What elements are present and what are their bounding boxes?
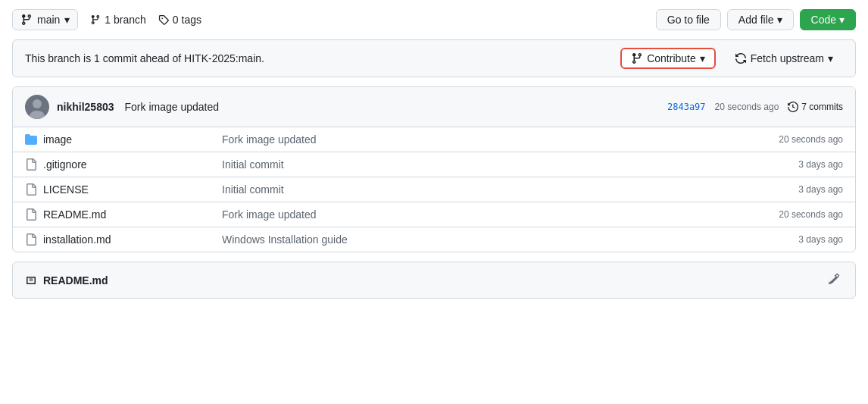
commit-row-left: nikhil25803 Fork image updated (25, 95, 219, 119)
branch-actions: Contribute ▾ Fetch upstream ▾ (620, 48, 843, 69)
file-name-cell: installation.md (25, 233, 222, 246)
file-icon (25, 208, 37, 221)
svg-point-1 (30, 111, 45, 119)
file-time: 3 days ago (722, 234, 843, 245)
commit-row-right: 2843a97 20 seconds ago 7 commits (667, 102, 843, 112)
svg-point-0 (33, 99, 42, 108)
readme-list-icon (25, 274, 37, 287)
branch-selector[interactable]: main ▾ (12, 9, 78, 30)
file-name-link[interactable]: .gitignore (43, 158, 87, 171)
branch-info-message: This branch is 1 commit ahead of HITK-20… (25, 52, 264, 64)
branch-count-link[interactable]: 1 branch (90, 14, 145, 26)
code-label: Code (811, 14, 836, 26)
folder-icon (25, 133, 37, 146)
file-commit-link[interactable]: Fork image updated (222, 208, 317, 221)
file-time: 3 days ago (722, 159, 843, 170)
contribute-icon (631, 52, 643, 64)
commit-author[interactable]: nikhil25803 (57, 101, 114, 113)
file-name-link[interactable]: image (43, 133, 72, 146)
add-file-button[interactable]: Add file ▾ (727, 9, 794, 30)
file-icon (25, 183, 37, 196)
branch-chevron-icon: ▾ (64, 14, 70, 26)
branch-count-icon (90, 14, 101, 25)
commit-message: Fork image updated (125, 101, 220, 113)
pencil-icon (828, 273, 840, 285)
branch-name: main (37, 14, 60, 26)
file-rows: image Fork image updated 20 seconds ago … (13, 127, 855, 252)
file-name-link[interactable]: installation.md (43, 233, 111, 246)
readme-edit-button[interactable] (825, 270, 843, 290)
tag-count-text: 0 tags (173, 14, 201, 26)
fetch-chevron: ▾ (828, 52, 833, 64)
top-bar: main ▾ 1 branch 0 tags Go to file Add fi… (12, 9, 856, 30)
contribute-button[interactable]: Contribute ▾ (620, 48, 716, 69)
code-chevron: ▾ (839, 14, 845, 26)
table-row: image Fork image updated 20 seconds ago (13, 127, 855, 152)
tag-icon (158, 14, 169, 25)
branch-info-bar: This branch is 1 commit ahead of HITK-20… (12, 39, 856, 77)
table-row: installation.md Windows Installation gui… (13, 227, 855, 252)
file-commit-message: Windows Installation guide (222, 233, 722, 246)
file-time: 3 days ago (722, 184, 843, 195)
file-commit-message: Initial commit (222, 158, 722, 171)
table-row: .gitignore Initial commit 3 days ago (13, 152, 855, 177)
fetch-upstream-button[interactable]: Fetch upstream ▾ (725, 49, 843, 68)
table-row: README.md Fork image updated 20 seconds … (13, 202, 855, 227)
go-to-file-button[interactable]: Go to file (656, 9, 721, 30)
file-commit-message: Fork image updated (222, 208, 722, 221)
file-name-link[interactable]: LICENSE (43, 183, 89, 196)
file-time: 20 seconds ago (722, 134, 843, 145)
file-commit-link[interactable]: Windows Installation guide (222, 233, 348, 246)
top-bar-right: Go to file Add file ▾ Code ▾ (656, 9, 856, 30)
commit-header-row: nikhil25803 Fork image updated 2843a97 2… (13, 87, 855, 127)
code-button[interactable]: Code ▾ (800, 9, 856, 30)
add-file-chevron: ▾ (777, 14, 782, 26)
contribute-chevron: ▾ (700, 52, 705, 64)
commits-count: 7 commits (801, 102, 843, 112)
file-name-cell: image (25, 133, 222, 146)
contribute-label: Contribute (647, 52, 696, 64)
file-name-cell: LICENSE (25, 183, 222, 196)
go-to-file-label: Go to file (667, 14, 710, 26)
file-commit-message: Fork image updated (222, 133, 722, 146)
file-icon (25, 233, 37, 246)
file-table: nikhil25803 Fork image updated 2843a97 2… (12, 86, 856, 252)
add-file-label: Add file (738, 14, 774, 26)
readme-bar-left: README.md (25, 274, 108, 287)
avatar (25, 95, 49, 119)
fetch-label: Fetch upstream (751, 52, 824, 64)
readme-bar: README.md (12, 262, 856, 299)
branch-count-text: 1 branch (105, 14, 145, 26)
commits-link[interactable]: 7 commits (788, 102, 843, 112)
file-name-cell: .gitignore (25, 158, 222, 171)
file-commit-link[interactable]: Fork image updated (222, 133, 317, 146)
table-row: LICENSE Initial commit 3 days ago (13, 177, 855, 202)
file-commit-link[interactable]: Initial commit (222, 183, 284, 196)
branch-icon (20, 14, 33, 26)
file-commit-link[interactable]: Initial commit (222, 158, 284, 171)
file-time: 20 seconds ago (722, 209, 843, 220)
file-commit-message: Initial commit (222, 183, 722, 196)
file-icon (25, 158, 37, 171)
tag-count-link[interactable]: 0 tags (158, 14, 201, 26)
commit-time: 20 seconds ago (715, 102, 779, 112)
file-name-cell: README.md (25, 208, 222, 221)
fetch-icon (735, 52, 747, 64)
file-name-link[interactable]: README.md (43, 208, 106, 221)
readme-label: README.md (43, 274, 108, 287)
history-icon (788, 102, 798, 112)
commit-hash-link[interactable]: 2843a97 (667, 102, 706, 112)
top-bar-left: main ▾ 1 branch 0 tags (12, 9, 201, 30)
